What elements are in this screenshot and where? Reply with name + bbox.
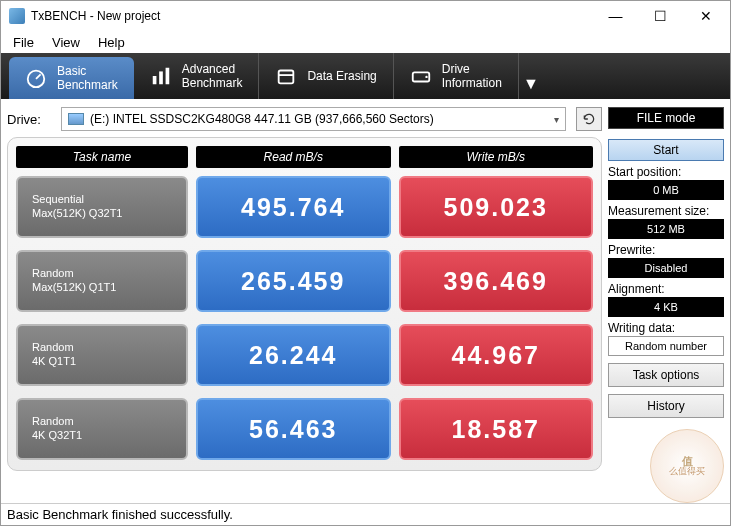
start-position-label: Start position: — [608, 165, 724, 179]
menu-view[interactable]: View — [44, 35, 88, 50]
drive-icon — [410, 65, 432, 87]
window-title: TxBENCH - New project — [31, 9, 593, 23]
svg-line-1 — [36, 74, 41, 79]
tab-data-erasing[interactable]: Data Erasing — [259, 53, 393, 99]
menu-file[interactable]: File — [5, 35, 42, 50]
svg-rect-2 — [152, 76, 156, 84]
read-value: 495.764 — [196, 176, 391, 238]
tab-basic-benchmark[interactable]: Basic Benchmark — [9, 57, 134, 99]
tab-advanced-benchmark[interactable]: Advanced Benchmark — [134, 53, 260, 99]
header-task: Task name — [16, 146, 188, 168]
file-mode-indicator: FILE mode — [608, 107, 724, 129]
tab-label: Basic Benchmark — [57, 64, 118, 93]
status-bar: Basic Benchmark finished successfully. — [1, 503, 730, 525]
refresh-button[interactable] — [576, 107, 602, 131]
menu-bar: File View Help — [1, 31, 730, 53]
drive-selected-text: (E:) INTEL SSDSC2KG480G8 447.11 GB (937,… — [90, 112, 434, 126]
watermark-badge: 值 么值得买 — [650, 429, 724, 503]
svg-rect-3 — [159, 71, 163, 84]
history-button[interactable]: History — [608, 394, 724, 418]
bench-row: Random 4K Q32T1 56.463 18.587 — [16, 398, 593, 460]
task-button-sequential[interactable]: Sequential Max(512K) Q32T1 — [16, 176, 188, 238]
task-button-random-4k-q32[interactable]: Random 4K Q32T1 — [16, 398, 188, 460]
tab-overflow-button[interactable]: ▼ — [519, 53, 543, 99]
tab-label: Advanced Benchmark — [182, 62, 243, 91]
writing-data-value[interactable]: Random number — [608, 336, 724, 356]
drive-select[interactable]: (E:) INTEL SSDSC2KG480G8 447.11 GB (937,… — [61, 107, 566, 131]
header-write: Write mB/s — [399, 146, 594, 168]
minimize-button[interactable]: — — [593, 2, 638, 30]
svg-rect-5 — [279, 71, 294, 84]
prewrite-value[interactable]: Disabled — [608, 258, 724, 278]
drive-label: Drive: — [7, 112, 51, 127]
task-button-random-max[interactable]: Random Max(512K) Q1T1 — [16, 250, 188, 312]
read-value: 56.463 — [196, 398, 391, 460]
maximize-button[interactable]: ☐ — [638, 2, 683, 30]
read-value: 265.459 — [196, 250, 391, 312]
bars-icon — [150, 65, 172, 87]
refresh-icon — [582, 112, 596, 126]
alignment-value[interactable]: 4 KB — [608, 297, 724, 317]
close-button[interactable]: ✕ — [683, 2, 728, 30]
gauge-icon — [25, 67, 47, 89]
measurement-size-value[interactable]: 512 MB — [608, 219, 724, 239]
svg-point-8 — [425, 76, 427, 78]
header-read: Read mB/s — [196, 146, 391, 168]
alignment-label: Alignment: — [608, 282, 724, 296]
write-value: 44.967 — [399, 324, 594, 386]
title-bar: TxBENCH - New project — ☐ ✕ — [1, 1, 730, 31]
tab-label: Data Erasing — [307, 69, 376, 83]
start-button[interactable]: Start — [608, 139, 724, 161]
svg-rect-4 — [165, 68, 169, 85]
start-position-value[interactable]: 0 MB — [608, 180, 724, 200]
tab-label: Drive Information — [442, 62, 502, 91]
write-value: 509.023 — [399, 176, 594, 238]
erase-icon — [275, 65, 297, 87]
benchmark-panel: Task name Read mB/s Write mB/s Sequentia… — [7, 137, 602, 471]
write-value: 396.469 — [399, 250, 594, 312]
task-button-random-4k-q1[interactable]: Random 4K Q1T1 — [16, 324, 188, 386]
bench-row: Sequential Max(512K) Q32T1 495.764 509.0… — [16, 176, 593, 238]
prewrite-label: Prewrite: — [608, 243, 724, 257]
task-options-button[interactable]: Task options — [608, 363, 724, 387]
measurement-size-label: Measurement size: — [608, 204, 724, 218]
tab-row: Basic Benchmark Advanced Benchmark Data … — [1, 53, 730, 99]
write-value: 18.587 — [399, 398, 594, 460]
tab-drive-information[interactable]: Drive Information — [394, 53, 519, 99]
writing-data-label: Writing data: — [608, 321, 724, 335]
menu-help[interactable]: Help — [90, 35, 133, 50]
bench-row: Random Max(512K) Q1T1 265.459 396.469 — [16, 250, 593, 312]
status-text: Basic Benchmark finished successfully. — [7, 507, 233, 522]
bench-row: Random 4K Q1T1 26.244 44.967 — [16, 324, 593, 386]
drive-icon — [68, 113, 84, 125]
read-value: 26.244 — [196, 324, 391, 386]
app-icon — [9, 8, 25, 24]
